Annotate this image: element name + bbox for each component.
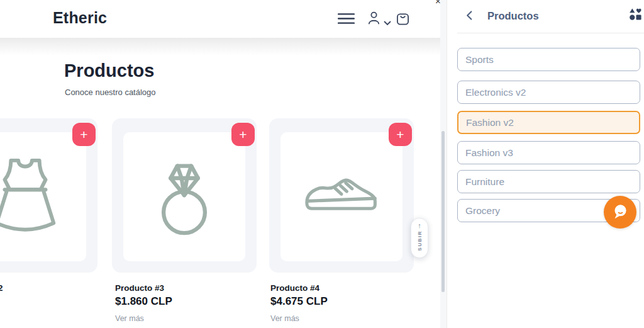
chat-widget-button[interactable] bbox=[604, 196, 636, 229]
scroll-to-top-button[interactable]: ↑ SUBIR bbox=[411, 218, 428, 258]
product-image-panel bbox=[0, 132, 86, 261]
product-price: $4.675 CLP bbox=[270, 295, 328, 308]
categories-shapes-icon[interactable] bbox=[630, 8, 641, 23]
product-see-more-link[interactable]: Ver más bbox=[270, 314, 299, 323]
category-button-electronics-v2[interactable]: Electronics v2 bbox=[457, 81, 640, 104]
back-chevron-icon[interactable] bbox=[466, 11, 472, 23]
arrow-up-icon: ↑ bbox=[418, 222, 421, 229]
panel-divider bbox=[457, 33, 644, 33]
shopping-bag-icon[interactable] bbox=[396, 11, 409, 28]
brand-logo: Etheric bbox=[53, 9, 107, 27]
product-card: + bbox=[269, 118, 414, 273]
product-name: Producto #3 bbox=[115, 283, 164, 293]
product-price: $1.860 CLP bbox=[115, 295, 172, 308]
close-icon[interactable]: × bbox=[435, 0, 441, 6]
header-shadow-strip bbox=[0, 38, 440, 55]
menu-icon[interactable] bbox=[338, 13, 355, 27]
screen: Etheric × Productos Conoce nuestro catál… bbox=[0, 0, 644, 328]
product-see-more-link[interactable]: Ver más bbox=[115, 314, 144, 323]
category-button-furniture[interactable]: Furniture bbox=[457, 170, 640, 193]
user-icon[interactable] bbox=[367, 11, 380, 28]
scrollbar-thumb[interactable] bbox=[441, 131, 445, 292]
ring-icon bbox=[155, 157, 213, 237]
dress-icon bbox=[0, 157, 63, 237]
product-card: + bbox=[0, 118, 97, 273]
product-card: + bbox=[112, 118, 257, 273]
chevron-down-icon[interactable] bbox=[384, 17, 391, 28]
add-to-cart-button[interactable]: + bbox=[72, 123, 96, 146]
chat-bubble-icon bbox=[609, 201, 631, 224]
scroll-to-top-label: SUBIR bbox=[417, 230, 423, 251]
category-button-fashion-v2[interactable]: Fashion v2 bbox=[457, 111, 640, 134]
categories-panel: Productos Sports Electronics v2 Fashion … bbox=[447, 0, 644, 328]
page-title: Productos bbox=[64, 60, 154, 81]
product-name: Producto #4 bbox=[270, 283, 319, 293]
page-subtitle: Conoce nuestro catálogo bbox=[65, 88, 156, 97]
add-to-cart-button[interactable]: + bbox=[231, 123, 255, 146]
product-name-partial: 2 bbox=[0, 283, 3, 293]
store-main: Etheric × Productos Conoce nuestro catál… bbox=[0, 0, 440, 328]
shoe-icon bbox=[299, 174, 384, 220]
product-image-panel bbox=[280, 132, 402, 261]
store-navbar: Etheric bbox=[0, 0, 440, 38]
add-to-cart-button[interactable]: + bbox=[389, 123, 412, 146]
panel-title: Productos bbox=[487, 10, 539, 22]
category-button-sports[interactable]: Sports bbox=[457, 48, 640, 71]
category-button-fashion-v3[interactable]: Fashion v3 bbox=[457, 141, 640, 164]
product-image-panel bbox=[123, 132, 245, 261]
